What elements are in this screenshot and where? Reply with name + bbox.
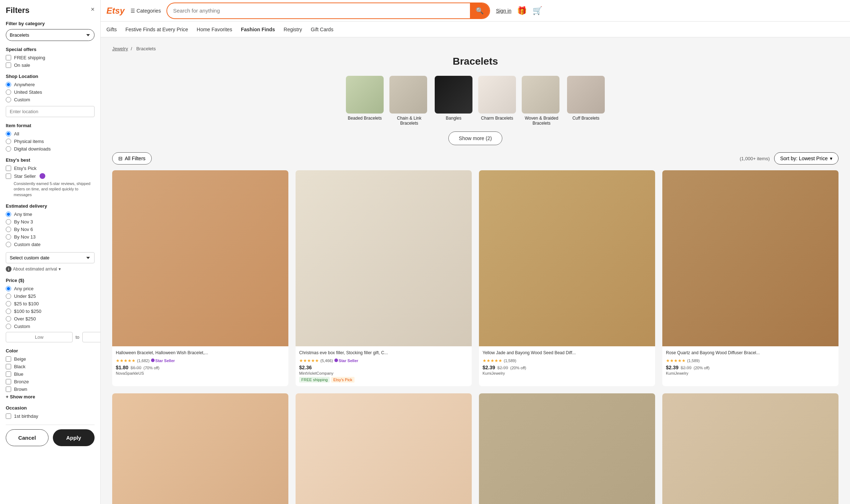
category-card-woven[interactable]: Woven & Braided Bracelets (522, 76, 561, 126)
100to250-radio-label[interactable]: $100 to $250 (6, 309, 95, 314)
custom-price-radio-label[interactable]: Custom (6, 324, 95, 329)
category-card-chain[interactable]: Chain & Link Bracelets (389, 76, 429, 126)
custom-price-radio[interactable] (6, 324, 11, 329)
categories-button[interactable]: ☰ Categories (131, 8, 161, 14)
brown-checkbox[interactable] (6, 387, 11, 392)
black-checkbox-label[interactable]: Black (6, 364, 95, 369)
any-price-radio[interactable] (6, 286, 11, 291)
all-filters-button[interactable]: ⊟ All Filters (112, 152, 152, 165)
location-input[interactable] (6, 106, 95, 117)
under25-radio[interactable] (6, 293, 11, 299)
nav-registry[interactable]: Registry (284, 27, 302, 32)
price-low-input[interactable] (6, 332, 73, 342)
product-card-6[interactable]: Additional Bracelet to existing order. ★… (479, 393, 655, 504)
cart-icon-button[interactable]: 🛒 (533, 6, 542, 15)
under25-radio-label[interactable]: Under $25 (6, 293, 95, 299)
anywhere-radio-label[interactable]: Anywhere (6, 82, 95, 87)
price-high-input[interactable] (82, 332, 101, 342)
category-card-charm[interactable]: Charm Bracelets (478, 76, 516, 126)
sort-button[interactable]: Sort by: Lowest Price ▾ (774, 152, 838, 165)
nav-fashion[interactable]: Fashion Finds (241, 27, 275, 32)
product-card-5[interactable]: Bracelets in a set for hen party, JGA br… (296, 393, 472, 504)
free-shipping-checkbox-label[interactable]: FREE shipping (6, 55, 95, 60)
by-nov6-radio[interactable] (6, 227, 11, 232)
blue-checkbox[interactable] (6, 371, 11, 377)
bangles-image (435, 76, 472, 114)
by-nov6-radio-label[interactable]: By Nov 6 (6, 227, 95, 232)
category-select[interactable]: Bracelets Necklaces Earrings Rings (6, 29, 95, 41)
1st-birthday-checkbox-label[interactable]: 1st birthday (6, 413, 95, 419)
nav-gift-cards[interactable]: Gift Cards (311, 27, 333, 32)
on-sale-checkbox[interactable] (6, 63, 11, 68)
custom-date-text: Custom date (14, 242, 41, 247)
blue-checkbox-label[interactable]: Blue (6, 371, 95, 377)
apply-button[interactable]: Apply (53, 429, 95, 446)
etsys-pick-checkbox[interactable] (6, 166, 11, 171)
bronze-checkbox-label[interactable]: Bronze (6, 379, 95, 384)
product-card-3[interactable]: Rose Quartz and Bayong Wood Diffuser Bra… (662, 170, 838, 386)
secondary-nav: Gifts Festive Finds at Every Price Home … (101, 22, 850, 37)
over250-radio[interactable] (6, 316, 11, 322)
any-time-radio[interactable] (6, 212, 11, 217)
custom-location-radio[interactable] (6, 97, 11, 102)
custom-date-radio-label[interactable]: Custom date (6, 242, 95, 247)
united-states-radio-label[interactable]: United States (6, 89, 95, 95)
product-card-4[interactable]: 14K Gold Filled Personalized Bracelet St… (112, 393, 288, 504)
any-price-radio-label[interactable]: Any price (6, 286, 95, 291)
united-states-radio[interactable] (6, 89, 11, 95)
search-button[interactable]: 🔍 (470, 3, 489, 18)
product-card-0[interactable]: Halloween Bracelet, Halloween Wish Brace… (112, 170, 288, 386)
etsys-pick-checkbox-label[interactable]: Etsy's Pick (6, 166, 95, 171)
star-seller-checkbox[interactable] (6, 174, 11, 179)
about-arrival[interactable]: i About estimated arrival ▾ (6, 266, 95, 272)
bronze-checkbox[interactable] (6, 379, 11, 384)
digital-radio[interactable] (6, 146, 11, 152)
sign-in-link[interactable]: Sign in (496, 8, 511, 14)
any-time-radio-label[interactable]: Any time (6, 212, 95, 217)
brown-checkbox-label[interactable]: Brown (6, 387, 95, 392)
etsy-logo[interactable]: Etsy (106, 6, 125, 16)
close-button[interactable]: × (91, 6, 95, 13)
100to250-radio[interactable] (6, 309, 11, 314)
physical-radio[interactable] (6, 139, 11, 144)
1st-birthday-checkbox[interactable] (6, 413, 11, 419)
all-format-radio-label[interactable]: All (6, 131, 95, 137)
star-seller-checkbox-label[interactable]: Star Seller (6, 173, 95, 179)
digital-radio-label[interactable]: Digital downloads (6, 146, 95, 152)
custom-location-radio-label[interactable]: Custom (6, 97, 95, 102)
cancel-button[interactable]: Cancel (6, 429, 49, 446)
gift-icon-button[interactable]: 🎁 (517, 6, 527, 15)
product-card-2[interactable]: Yellow Jade and Bayong Wood Seed Bead Di… (479, 170, 655, 386)
category-card-beaded[interactable]: Beaded Bracelets (346, 76, 384, 126)
by-nov3-radio[interactable] (6, 219, 11, 225)
price-label: Price ($) (6, 278, 95, 283)
custom-date-radio[interactable] (6, 242, 11, 247)
color-show-more-button[interactable]: + Show more (6, 394, 35, 399)
category-card-cuff[interactable]: Cuff Bracelets (567, 76, 605, 126)
nav-home[interactable]: Home Favorites (197, 27, 232, 32)
physical-radio-label[interactable]: Physical items (6, 139, 95, 144)
by-nov13-radio-label[interactable]: By Nov 13 (6, 234, 95, 240)
by-nov3-radio-label[interactable]: By Nov 3 (6, 219, 95, 225)
show-more-button[interactable]: Show more (2) (448, 131, 502, 145)
breadcrumb-jewelry[interactable]: Jewelry (112, 46, 128, 51)
product-card-1[interactable]: Christmas eve box filler, Stocking fille… (296, 170, 472, 386)
category-card-bangles[interactable]: Bangles (435, 76, 472, 126)
25to100-radio[interactable] (6, 301, 11, 306)
custom-date-select[interactable]: Select custom date (6, 252, 95, 263)
product-card-7[interactable]: Volleyball bracelet, Volleyball jewelry,… (662, 393, 838, 504)
nav-gifts[interactable]: Gifts (106, 27, 117, 32)
beige-checkbox[interactable] (6, 356, 11, 362)
price-2: $2.39 $2.99 (20% off) (483, 365, 652, 370)
nav-festive[interactable]: Festive Finds at Every Price (125, 27, 188, 32)
by-nov13-radio[interactable] (6, 234, 11, 240)
anywhere-radio[interactable] (6, 82, 11, 87)
free-shipping-checkbox[interactable] (6, 55, 11, 60)
on-sale-checkbox-label[interactable]: On sale (6, 63, 95, 68)
search-input[interactable] (167, 4, 470, 17)
all-format-radio[interactable] (6, 131, 11, 137)
beige-checkbox-label[interactable]: Beige (6, 356, 95, 362)
25to100-radio-label[interactable]: $25 to $100 (6, 301, 95, 306)
black-checkbox[interactable] (6, 364, 11, 369)
over250-radio-label[interactable]: Over $250 (6, 316, 95, 322)
